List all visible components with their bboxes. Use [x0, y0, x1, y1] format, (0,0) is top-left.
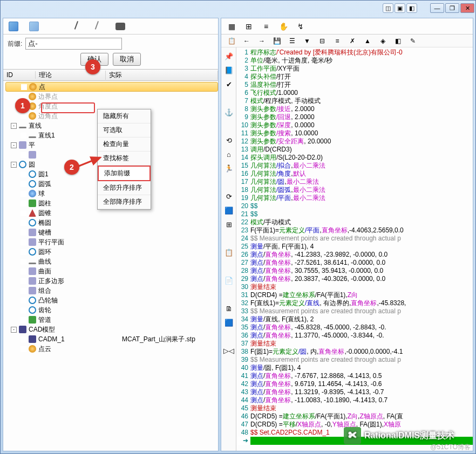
- toolbar-icon[interactable]: ↯: [296, 22, 305, 31]
- code-line[interactable]: 11测头参数/搜索, 10.0000: [236, 129, 473, 137]
- gutter-icon[interactable]: 🟦: [223, 205, 234, 216]
- code-line[interactable]: 33$$ Measurement points are created thro…: [236, 307, 473, 315]
- code-line[interactable]: 42 测点/直角坐标, 9.6719, 11.4654, -4.1413, -0…: [236, 380, 473, 388]
- gutter-icon[interactable]: 📋: [223, 247, 234, 258]
- camera-icon[interactable]: [114, 20, 126, 32]
- code-line[interactable]: 6飞行模式/1.0000: [236, 89, 473, 97]
- code-line[interactable]: 27 测点/直角坐标, -27.5261, 38.6141, -0.0000, …: [236, 259, 473, 267]
- pin2-icon[interactable]: [94, 20, 106, 32]
- subtoolbar-icon[interactable]: ✗: [348, 36, 357, 46]
- menu-item[interactable]: 可选取: [98, 123, 151, 137]
- code-line[interactable]: 41 测点/直角坐标, -7.6767, 12.8868, -4.1413, 0…: [236, 372, 473, 380]
- minimize-button[interactable]: —: [430, 3, 444, 13]
- code-line[interactable]: 12测头参数/安全距离, 20.0000: [236, 137, 473, 146]
- code-line[interactable]: 23F(平面1)=元素定义/平面, 直角坐标,-4.4063,2.5659,0.…: [236, 226, 473, 235]
- gutter-icon[interactable]: 🟦: [223, 317, 234, 328]
- subtoolbar-icon[interactable]: 📋: [227, 36, 236, 46]
- titlebar-icon-c[interactable]: ◧: [406, 3, 417, 13]
- code-line[interactable]: 38F(圆1)=元素定义/圆, 内,直角坐标,-0.0000,0.0000,-4…: [236, 348, 473, 356]
- gutter-icon[interactable]: ⊞: [223, 219, 234, 230]
- subtoolbar-icon[interactable]: ☰: [287, 36, 297, 46]
- code-line[interactable]: 13调用/D(CRD3): [236, 146, 473, 154]
- code-line[interactable]: 36 测点/直角坐标, 11.3770, -45.0000, -3.8344, …: [236, 332, 473, 340]
- code-line[interactable]: 8测头参数/接近, 2.0000: [236, 105, 473, 113]
- gutter-icon[interactable]: 📄: [223, 275, 234, 286]
- tree-node[interactable]: 正多边形: [5, 276, 218, 286]
- code-line[interactable]: 20$$: [236, 202, 473, 210]
- menu-item[interactable]: 查找标签: [98, 152, 151, 166]
- tree-node[interactable]: 凸轮轴: [5, 295, 218, 305]
- toolbar-icon[interactable]: ✋: [278, 22, 288, 31]
- gutter-icon[interactable]: ⌂: [223, 149, 234, 160]
- code-line[interactable]: 30测量结束: [236, 283, 473, 291]
- code-line[interactable]: 46D(CRD5) = 建立坐标系/FA(平面1), Z向, Z轴原点, FA(…: [236, 412, 473, 421]
- maximize-button[interactable]: ❐: [445, 3, 459, 13]
- code-line[interactable]: 24$$ Measurement points are created thro…: [236, 235, 473, 243]
- code-line[interactable]: 43 测点/直角坐标, 11.3219, -9.8395, -4.1413, -…: [236, 388, 473, 396]
- tree-node[interactable]: 曲面: [5, 266, 218, 276]
- code-line[interactable]: 1程序标志/'Created by [爱科腾瑞科技(北京)有限公司-0: [236, 49, 473, 57]
- menu-item[interactable]: 隐藏所有: [98, 109, 151, 123]
- code-editor[interactable]: 1程序标志/'Created by [爱科腾瑞科技(北京)有限公司-02单位/毫…: [236, 47, 473, 451]
- tree-toggle[interactable]: -: [11, 123, 17, 129]
- tree-node[interactable]: CADM_1MCAT_Part_山涧果子.stp: [5, 334, 218, 344]
- tree-toggle[interactable]: -: [11, 142, 17, 148]
- close-button[interactable]: ✕: [460, 3, 474, 13]
- code-line[interactable]: 37测量结束: [236, 340, 473, 348]
- subtoolbar-icon[interactable]: →: [257, 36, 267, 46]
- tree-node[interactable]: 管道: [5, 315, 218, 325]
- code-line[interactable]: 28 测点/直角坐标, 30.7555, 35.9413, -0.0000, 0…: [236, 267, 473, 275]
- code-line[interactable]: 21$$: [236, 210, 473, 218]
- code-line[interactable]: 31D(CRD4) = 建立坐标系/FA(平面1), Z向: [236, 291, 473, 299]
- tree-node[interactable]: 点云: [5, 344, 218, 354]
- subtoolbar-icon[interactable]: ▲: [363, 36, 372, 46]
- subtoolbar-icon[interactable]: ◈: [378, 36, 387, 46]
- code-line[interactable]: 34测量/直线, F(直线1), 2: [236, 315, 473, 324]
- subtoolbar-icon[interactable]: ⊟: [317, 36, 327, 46]
- tree-toggle[interactable]: -: [11, 327, 17, 333]
- code-line[interactable]: 19几何算法/平面, 最小二乘法: [236, 194, 473, 202]
- tree-node[interactable]: 齿轮: [5, 305, 218, 315]
- menu-item[interactable]: 全部升序排序: [98, 181, 151, 195]
- code-line[interactable]: 10测头参数/深度, 0.0000: [236, 121, 473, 129]
- cube2-icon[interactable]: [28, 20, 40, 32]
- subtoolbar-icon[interactable]: ▼: [302, 36, 312, 46]
- tree-toggle[interactable]: -: [11, 162, 17, 168]
- tree-node[interactable]: 边界点: [5, 92, 218, 101]
- code-line[interactable]: 9测头参数/回退, 2.0000: [236, 113, 473, 121]
- code-line[interactable]: 25测量/平面, F(平面1), 4: [236, 243, 473, 251]
- gutter-icon[interactable]: 🏃: [223, 163, 234, 174]
- gutter-icon[interactable]: ✔: [223, 79, 234, 90]
- tree-node[interactable]: -CAD模型: [5, 325, 218, 334]
- code-line[interactable]: 40测量/圆, F(圆1), 4: [236, 364, 473, 372]
- gutter-icon[interactable]: 🗎: [223, 303, 234, 314]
- cube-icon[interactable]: [8, 20, 19, 32]
- gutter-icon[interactable]: ⟳: [223, 191, 234, 202]
- code-line[interactable]: 17几何算法/圆, 最小二乘法: [236, 178, 473, 186]
- tree-node[interactable]: 平行平面: [5, 237, 218, 247]
- prefix-input[interactable]: [25, 38, 122, 50]
- toolbar-icon[interactable]: ≡: [261, 22, 271, 31]
- tree-node[interactable]: 椭圆: [5, 218, 218, 228]
- toolbar-icon[interactable]: ▦: [227, 22, 236, 31]
- code-line[interactable]: 44 测点/直角坐标, -11.0083, -10.1890, -4.1413,…: [236, 396, 473, 404]
- code-line[interactable]: 39$$ Measurement points are created thro…: [236, 356, 473, 364]
- tree-node[interactable]: 点: [5, 82, 218, 92]
- gutter-icon[interactable]: 📘: [223, 65, 234, 75]
- gutter-icon[interactable]: ▷◁: [223, 345, 234, 356]
- titlebar-icon-a[interactable]: ◫: [383, 3, 393, 13]
- menu-item[interactable]: 全部降序排序: [98, 195, 151, 209]
- subtoolbar-icon[interactable]: ≡: [332, 36, 342, 46]
- pin-icon[interactable]: [73, 20, 85, 32]
- code-line[interactable]: 3工作平面/XY平面: [236, 65, 473, 73]
- gutter-icon[interactable]: ⟲: [223, 135, 234, 146]
- code-line[interactable]: 18几何算法/圆弧, 最小二乘法: [236, 186, 473, 194]
- menu-item[interactable]: 检查向量: [98, 137, 151, 152]
- code-line[interactable]: 5温度补偿/打开: [236, 81, 473, 89]
- gutter-icon[interactable]: 📌: [223, 51, 234, 61]
- titlebar-icon-b[interactable]: ▣: [395, 3, 405, 13]
- subtoolbar-icon[interactable]: 💾: [272, 36, 282, 46]
- gutter-icon[interactable]: ⚓: [223, 107, 234, 118]
- tree-node[interactable]: 组合: [5, 286, 218, 295]
- code-line[interactable]: 4探头补偿/打开: [236, 73, 473, 81]
